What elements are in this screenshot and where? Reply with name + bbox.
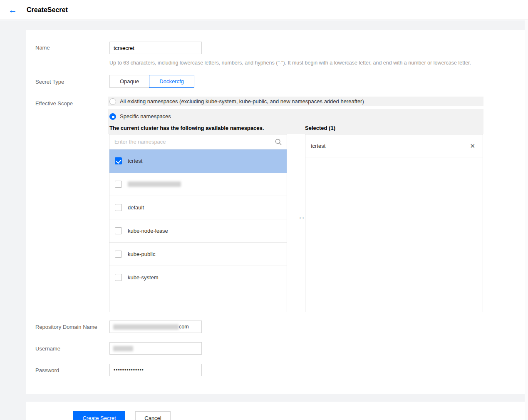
namespace-row-default[interactable]: default xyxy=(109,196,287,219)
scope-option-specific[interactable]: Specific namespaces xyxy=(108,109,483,122)
namespace-search-input[interactable] xyxy=(114,139,275,145)
namespace-row-redacted[interactable] xyxy=(109,173,287,196)
secret-type-group: Opaque Dockercfg xyxy=(109,75,194,88)
namespace-label: tcrtest xyxy=(128,158,142,164)
username-input[interactable] xyxy=(109,342,202,355)
back-arrow-icon[interactable]: ← xyxy=(8,5,17,14)
cancel-button[interactable]: Cancel xyxy=(135,411,171,420)
secret-type-dockercfg-button[interactable]: Dockercfg xyxy=(149,75,194,88)
secret-type-opaque-button[interactable]: Opaque xyxy=(109,75,149,88)
namespace-row-tcrtest[interactable]: tcrtest xyxy=(109,149,287,173)
page-title: CreateSecret xyxy=(27,6,68,14)
checkbox-icon[interactable] xyxy=(115,251,122,258)
username-label: Username xyxy=(35,345,60,352)
namespace-label: default xyxy=(128,204,144,211)
namespace-label: kube-node-lease xyxy=(128,228,168,234)
namespace-row-kube-system[interactable]: kube-system xyxy=(109,266,287,289)
checkbox-icon[interactable] xyxy=(115,227,122,234)
selected-namespace-label: tcrtest xyxy=(311,143,325,149)
radio-unselected-icon[interactable] xyxy=(109,98,116,105)
selected-header: Selected (1) xyxy=(305,125,335,131)
search-icon xyxy=(275,139,282,145)
top-bar: ← CreateSecret xyxy=(0,0,528,20)
available-namespaces-panel: tcrtest default kube-node-lease kube-pub… xyxy=(109,134,287,312)
form-card: Name Up to 63 characters, including lowe… xyxy=(26,30,525,394)
selected-namespaces-panel: tcrtest ✕ xyxy=(305,134,483,312)
scope-option-all-band: All existing namespaces (excluding kube-… xyxy=(108,97,483,106)
radio-selected-icon[interactable] xyxy=(109,113,116,120)
password-label: Password xyxy=(35,367,59,373)
available-namespaces-header: The current cluster has the following av… xyxy=(109,125,264,131)
checkbox-icon[interactable] xyxy=(115,274,122,281)
redacted-namespace-label xyxy=(128,181,181,187)
checkbox-icon[interactable] xyxy=(115,204,122,211)
namespace-search-box xyxy=(109,134,287,149)
effective-scope-label: Effective Scope xyxy=(35,100,73,107)
scope-option-all[interactable]: All existing namespaces (excluding kube-… xyxy=(108,97,483,106)
redacted-username-value xyxy=(113,346,133,351)
name-label: Name xyxy=(35,45,50,51)
create-secret-button[interactable]: Create Secret xyxy=(73,411,125,420)
selected-row-tcrtest: tcrtest ✕ xyxy=(305,134,483,157)
namespace-label: kube-public xyxy=(128,251,156,257)
scrollbar-track[interactable] xyxy=(525,20,528,420)
checkbox-checked-icon[interactable] xyxy=(115,157,122,164)
scope-option-specific-label: Specific namespaces xyxy=(120,113,171,119)
create-secret-page: ← CreateSecret Name Up to 63 characters,… xyxy=(0,0,528,420)
name-hint: Up to 63 characters, including lowercase… xyxy=(109,60,521,66)
namespace-row-kube-node-lease[interactable]: kube-node-lease xyxy=(109,219,287,243)
repository-domain-label: Repository Domain Name xyxy=(35,324,97,330)
footer-action-bar: Create Secret Cancel xyxy=(26,402,525,420)
redacted-domain-value xyxy=(113,324,179,330)
name-input[interactable] xyxy=(109,42,202,54)
repository-domain-input[interactable]: com xyxy=(109,321,202,333)
scope-option-all-label: All existing namespaces (excluding kube-… xyxy=(120,98,364,104)
password-input[interactable] xyxy=(109,364,202,376)
namespace-label: kube-system xyxy=(128,274,159,281)
remove-selected-icon[interactable]: ✕ xyxy=(470,143,475,149)
domain-suffix: com xyxy=(179,324,189,330)
checkbox-icon[interactable] xyxy=(115,181,122,188)
namespace-row-kube-public[interactable]: kube-public xyxy=(109,243,287,266)
secret-type-label: Secret Type xyxy=(35,79,64,85)
